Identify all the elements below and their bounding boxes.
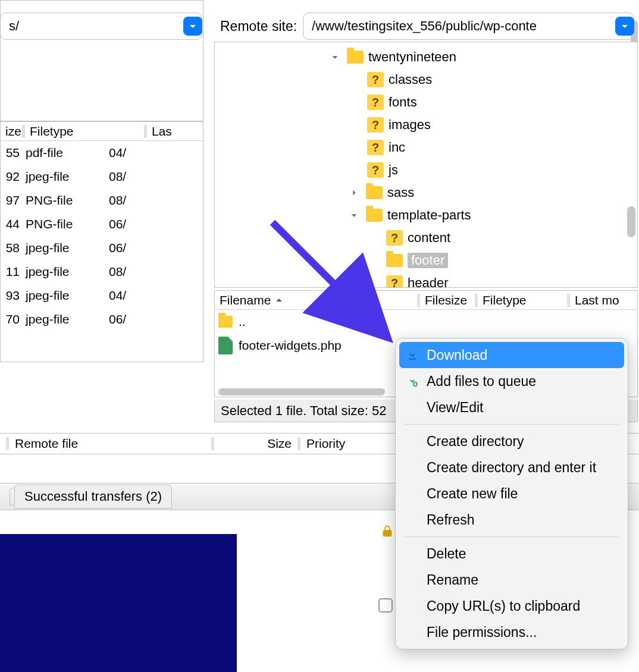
unknown-folder-icon: ? — [367, 140, 384, 155]
col-size[interactable]: Size — [214, 437, 297, 451]
menu-add-to-queue[interactable]: Add files to queue — [399, 368, 624, 394]
table-row[interactable]: 55pdf-file04/ — [1, 141, 203, 165]
folder-icon — [366, 209, 383, 222]
tree-item[interactable]: classes — [389, 72, 432, 87]
col-filesize[interactable]: Filesize — [420, 293, 475, 307]
folder-open-icon — [386, 254, 403, 267]
folder-icon — [366, 186, 383, 199]
chevron-down-icon[interactable] — [328, 53, 342, 61]
tree-item[interactable]: images — [389, 117, 431, 133]
local-path-text: s/ — [9, 18, 19, 34]
col-priority[interactable]: Priority — [300, 437, 351, 451]
unknown-folder-icon: ? — [386, 275, 403, 288]
tree-item[interactable]: header — [408, 275, 449, 288]
tree-item[interactable]: template-parts — [387, 208, 471, 223]
table-row[interactable]: 93jpeg-file04/ — [1, 284, 203, 307]
download-queue-icon — [406, 375, 418, 388]
tree-item[interactable]: content — [408, 230, 450, 246]
scrollbar-thumb[interactable] — [627, 206, 635, 237]
background-region — [0, 534, 237, 672]
unknown-folder-icon: ? — [367, 162, 384, 178]
folder-icon — [347, 51, 364, 64]
parent-dir-row[interactable]: .. — [215, 310, 637, 334]
col-filetype[interactable]: Filetype — [25, 124, 144, 139]
menu-create-file[interactable]: Create new file — [399, 481, 624, 507]
menu-download[interactable]: Download — [399, 342, 624, 368]
tree-item[interactable]: sass — [387, 185, 414, 200]
tree-item-selected[interactable]: footer — [408, 253, 448, 268]
menu-copy-url[interactable]: Copy URL(s) to clipboard — [399, 593, 624, 619]
tree-item[interactable]: js — [389, 162, 398, 178]
menu-refresh[interactable]: Refresh — [399, 507, 624, 533]
menu-create-directory[interactable]: Create directory — [399, 428, 624, 454]
local-file-list[interactable]: ize Filetype Las 55pdf-file04/ 92jpeg-fi… — [0, 121, 203, 362]
col-filetype[interactable]: Filetype — [478, 293, 567, 307]
remote-columns-header: Filename Filesize Filetype Last mo — [215, 291, 637, 310]
context-menu: Download Add files to queue View/Edit Cr… — [395, 338, 628, 649]
menu-delete[interactable]: Delete — [399, 541, 624, 567]
lock-icon — [378, 522, 396, 540]
table-row[interactable]: 92jpeg-file08/ — [1, 165, 203, 189]
menu-file-permissions[interactable]: File permissions... — [399, 619, 624, 645]
unknown-folder-icon: ? — [367, 117, 384, 133]
menu-create-directory-enter[interactable]: Create directory and enter it — [399, 454, 624, 481]
unknown-folder-icon: ? — [386, 230, 403, 246]
col-filename[interactable]: Filename — [215, 293, 417, 307]
chevron-right-icon[interactable] — [347, 189, 361, 197]
tree-item[interactable]: inc — [389, 140, 405, 155]
menu-separator — [404, 424, 619, 425]
col-size[interactable]: ize — [1, 124, 22, 139]
col-lastmod[interactable]: Las — [147, 124, 177, 139]
download-icon — [406, 348, 418, 362]
local-path-dropdown[interactable] — [183, 17, 202, 36]
table-row[interactable]: 70jpeg-file06/ — [1, 307, 203, 331]
folder-icon — [218, 316, 233, 328]
tree-item[interactable]: fonts — [389, 95, 417, 110]
col-lastmod[interactable]: Last mo — [570, 293, 624, 307]
local-columns-header: ize Filetype Las — [1, 122, 203, 141]
table-row[interactable]: 11jpeg-file08/ — [1, 260, 203, 284]
php-file-icon — [218, 337, 233, 354]
tab-successful-transfers[interactable]: Successful transfers (2) — [14, 485, 172, 508]
remote-site-label: Remote site: — [220, 18, 297, 34]
scrollbar-thumb[interactable] — [218, 388, 385, 395]
menu-separator — [404, 536, 619, 537]
menu-view-edit[interactable]: View/Edit — [399, 394, 624, 420]
remote-tree-panel[interactable]: twentynineteen ? classes ? fonts ? image… — [214, 42, 638, 288]
table-row[interactable]: 97PNG-file08/ — [1, 189, 203, 212]
col-remote-file[interactable]: Remote file — [9, 437, 211, 451]
remote-path-dropdown[interactable] — [615, 17, 634, 36]
table-row[interactable]: 58jpeg-file06/ — [1, 236, 203, 260]
remote-path-input[interactable]: /www/testingsitex_556/public/wp-conte — [303, 12, 634, 40]
unknown-folder-icon: ? — [367, 95, 384, 110]
unknown-folder-icon: ? — [367, 72, 384, 87]
checkbox[interactable] — [378, 598, 393, 613]
sort-asc-icon — [274, 296, 284, 305]
tree-item[interactable]: twentynineteen — [368, 49, 456, 65]
remote-path-text: /www/testingsitex_556/public/wp-conte — [312, 18, 537, 34]
local-path-input[interactable]: s/ — [0, 12, 202, 40]
table-row[interactable]: 44PNG-file06/ — [1, 212, 203, 236]
menu-rename[interactable]: Rename — [399, 567, 624, 593]
chevron-down-icon[interactable] — [347, 211, 361, 219]
